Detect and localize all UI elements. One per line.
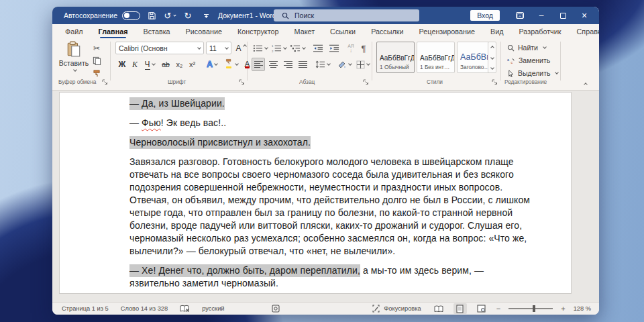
tab-developer[interactable]: Разработчик — [519, 24, 561, 39]
style-sample: АаБбВв — [460, 52, 491, 62]
align-center-button[interactable] — [266, 58, 280, 71]
align-right-button[interactable] — [281, 58, 294, 71]
chevron-down-icon — [214, 62, 218, 66]
tab-mailings[interactable]: Рассылки — [371, 24, 403, 39]
zoom-out-button[interactable]: − — [496, 305, 500, 313]
proofing-status[interactable] — [180, 305, 190, 313]
zoom-in-button[interactable]: + — [561, 305, 565, 313]
increase-indent-button[interactable] — [327, 42, 341, 55]
ribbon-display-options-button[interactable] — [511, 7, 529, 23]
styles-dialog-launcher[interactable] — [492, 78, 498, 85]
style-name: 1 Обычный — [380, 64, 409, 70]
style-card-normal[interactable]: АаБбВвГгД 1 Обычный — [376, 42, 415, 73]
paragraph[interactable]: Завязался разговор. Готовность белокурог… — [129, 156, 536, 258]
search-input[interactable]: Поиск — [274, 9, 419, 21]
close-icon: × — [582, 10, 587, 21]
zoom-slider-thumb[interactable] — [533, 305, 535, 312]
gallery-more-icon[interactable] — [490, 66, 494, 70]
tab-design[interactable]: Конструктор — [237, 24, 279, 39]
grow-font-button[interactable]: А — [233, 42, 248, 55]
quick-access-customize-button[interactable] — [199, 8, 213, 23]
shading-button[interactable] — [335, 58, 353, 71]
tab-file[interactable]: Файл — [65, 24, 83, 39]
tab-references[interactable]: Ссылки — [330, 24, 356, 39]
tab-insert[interactable]: Вставка — [143, 24, 170, 39]
text-effects-button[interactable]: А — [203, 58, 221, 71]
scroll-down-icon[interactable] — [490, 56, 494, 60]
word-count[interactable]: Слово 14 из 328 — [121, 305, 168, 312]
focus-mode-button[interactable]: Фокусировка — [372, 305, 421, 313]
zoom-level[interactable]: 128 % — [574, 305, 591, 312]
tab-draw[interactable]: Рисование — [186, 24, 222, 39]
paste-button[interactable]: Вставить — [59, 41, 89, 84]
justify-icon — [299, 61, 307, 68]
print-layout-button[interactable] — [453, 303, 467, 314]
line-spacing-button[interactable] — [314, 58, 331, 71]
close-button[interactable]: × — [575, 7, 594, 23]
strikethrough-button[interactable]: ab — [160, 58, 172, 71]
save-button[interactable] — [145, 8, 158, 23]
font-dialog-launcher[interactable] — [239, 78, 245, 85]
select-button[interactable]: Выделить — [507, 69, 558, 77]
copy-icon — [93, 56, 101, 65]
justify-button[interactable] — [296, 58, 309, 71]
macro-record-button[interactable] — [272, 305, 280, 313]
underline-button[interactable]: Ч — [142, 58, 158, 71]
language-status[interactable]: русский — [202, 305, 224, 312]
paragraph[interactable]: — Хе! Денег что, должно быть, даром пере… — [129, 264, 536, 290]
autosave-toggle[interactable] — [122, 11, 140, 20]
bullets-button[interactable] — [252, 42, 268, 55]
style-card-no-spacing[interactable]: АаБбВвГгД 1 Без инт… — [417, 42, 455, 73]
sort-button[interactable]: АЯ↓ — [345, 42, 357, 55]
italic-button[interactable]: К — [129, 58, 140, 71]
align-left-button[interactable] — [252, 58, 265, 71]
zoom-slider[interactable] — [508, 308, 553, 309]
page-count[interactable]: Страница 1 из 5 — [62, 305, 109, 312]
format-painter-button[interactable] — [90, 66, 103, 80]
signin-button[interactable]: Вход — [470, 10, 500, 21]
highlight-color-button[interactable] — [222, 58, 239, 71]
editing-group-label: Редактирование — [504, 78, 547, 85]
maximize-button[interactable] — [553, 7, 572, 23]
tab-layout[interactable]: Макет — [294, 24, 315, 39]
minimize-button[interactable]: – — [532, 7, 551, 23]
cut-button[interactable]: ✂ — [90, 42, 103, 55]
tab-home[interactable]: Главная — [99, 24, 128, 39]
superscript-button[interactable]: x² — [186, 58, 198, 71]
document-page[interactable]: — Да, из Швейцарии.— Фью! Эк ведь вас!..… — [59, 92, 572, 294]
chevron-down-icon — [302, 46, 306, 50]
decrease-indent-button[interactable] — [311, 42, 325, 55]
font-name-combobox[interactable]: Calibri (Основн — [115, 42, 204, 54]
document-area[interactable]: — Да, из Швейцарии.— Фью! Эк ведь вас!..… — [52, 91, 599, 302]
find-button[interactable]: Найти — [507, 44, 546, 52]
font-size-combobox[interactable]: 11 — [206, 42, 231, 54]
read-mode-button[interactable] — [432, 303, 445, 314]
show-marks-button[interactable]: ¶ — [358, 42, 369, 55]
tab-review[interactable]: Рецензирование — [419, 24, 475, 39]
copy-button[interactable] — [90, 54, 103, 67]
clipboard-dialog-launcher[interactable] — [102, 78, 108, 85]
word-window: Автосохранение ↺ ↻ Документ1 - Word Поис… — [52, 7, 599, 315]
subscript-button[interactable]: x₂ — [174, 58, 185, 71]
paragraph[interactable]: — Фью! Эк ведь вас!.. — [129, 117, 536, 129]
styles-gallery-scrollbar[interactable] — [488, 42, 496, 73]
collapse-ribbon-button[interactable] — [584, 79, 587, 87]
paragraph[interactable]: — Да, из Швейцарии. — [129, 97, 536, 110]
undo-button[interactable]: ↺ — [163, 8, 176, 23]
paragraph[interactable]: Черноволосый присвистнул и захохотал. — [129, 136, 536, 149]
numbering-button[interactable] — [271, 42, 287, 55]
paragraph-dialog-launcher[interactable] — [363, 78, 369, 85]
undo-dropdown-icon — [173, 13, 176, 16]
replace-button[interactable]: Заменить — [507, 56, 550, 64]
read-mode-icon — [434, 305, 443, 313]
scroll-up-icon[interactable] — [490, 46, 494, 50]
borders-button[interactable] — [354, 58, 372, 71]
redo-button[interactable]: ↻ — [181, 8, 195, 23]
bold-button[interactable]: Ж — [116, 58, 128, 71]
bullets-icon — [253, 44, 263, 52]
multilevel-list-button[interactable] — [290, 42, 306, 55]
tab-view[interactable]: Вид — [490, 24, 504, 39]
tab-help[interactable]: Справка — [576, 24, 599, 39]
web-layout-button[interactable] — [475, 303, 488, 314]
text-run: Завязался разговор. Готовность белокурог… — [129, 156, 530, 256]
